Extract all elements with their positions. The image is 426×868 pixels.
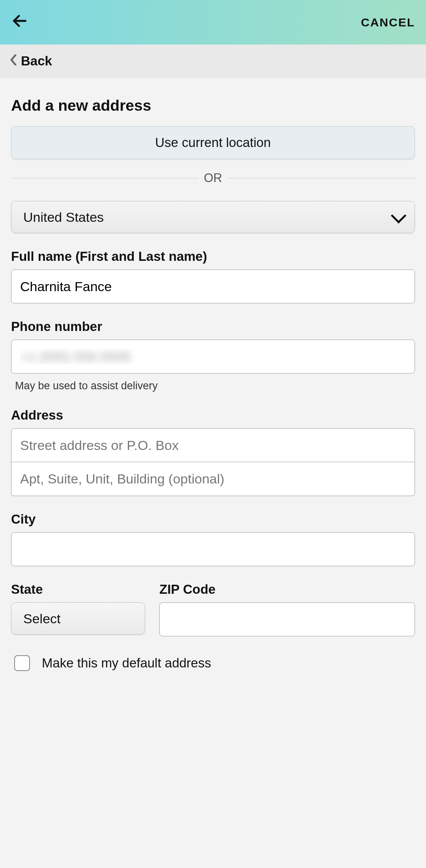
or-text: OR (198, 171, 228, 185)
chevron-left-icon (10, 54, 17, 68)
field-zip: ZIP Code (159, 582, 415, 636)
country-selected: United States (23, 210, 104, 225)
city-input[interactable] (11, 532, 415, 566)
page-title: Add a new address (11, 97, 415, 114)
field-phone: Phone number May be used to assist deliv… (11, 319, 415, 392)
apt-input[interactable] (11, 462, 415, 496)
state-selected: Select (23, 611, 61, 626)
street-input[interactable] (11, 428, 415, 462)
default-address-label: Make this my default address (42, 656, 211, 671)
city-label: City (11, 512, 415, 527)
state-label: State (11, 582, 145, 597)
or-divider: OR (11, 171, 415, 185)
state-select[interactable]: Select (11, 602, 145, 635)
phone-input[interactable] (11, 340, 415, 374)
field-city: City (11, 512, 415, 566)
sub-header[interactable]: Back (0, 45, 426, 78)
address-stack (11, 428, 415, 496)
divider-line (228, 178, 415, 178)
field-address: Address (11, 408, 415, 496)
app-header: CANCEL (0, 0, 426, 45)
address-label: Address (11, 408, 415, 423)
full-name-label: Full name (First and Last name) (11, 249, 415, 264)
cancel-button[interactable]: CANCEL (361, 16, 415, 29)
full-name-input[interactable] (11, 270, 415, 303)
chevron-down-icon (391, 208, 407, 224)
field-state: State Select (11, 582, 145, 636)
row-state-zip: State Select ZIP Code (11, 582, 415, 636)
divider-line (11, 178, 198, 178)
default-address-checkbox[interactable] (14, 655, 30, 671)
field-full-name: Full name (First and Last name) (11, 249, 415, 303)
zip-label: ZIP Code (159, 582, 415, 597)
country-select[interactable]: United States (11, 201, 415, 233)
use-current-location-button[interactable]: Use current location (11, 126, 415, 159)
content: Add a new address Use current location O… (0, 78, 426, 671)
back-link: Back (21, 54, 52, 69)
zip-input[interactable] (159, 602, 415, 636)
back-arrow-icon[interactable] (11, 12, 28, 32)
phone-label: Phone number (11, 319, 415, 334)
phone-helper: May be used to assist delivery (11, 380, 415, 392)
default-address-row[interactable]: Make this my default address (11, 655, 415, 671)
